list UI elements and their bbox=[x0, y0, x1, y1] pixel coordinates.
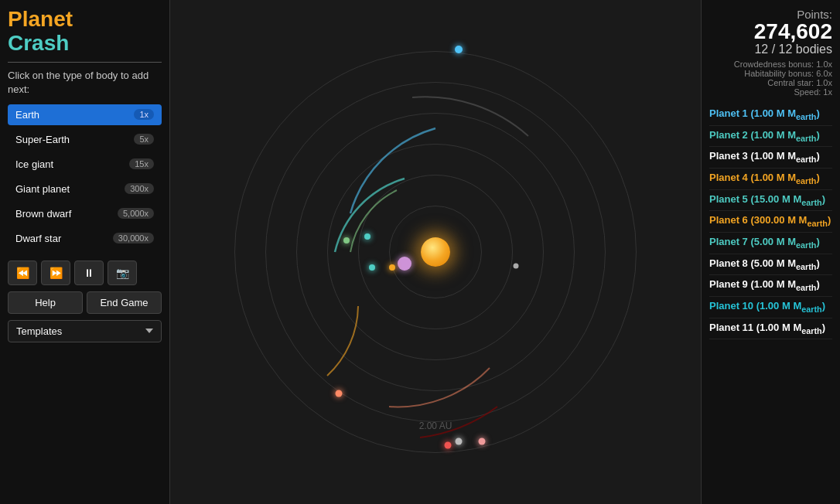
body-btn-ice-giant[interactable]: Ice giant15x bbox=[8, 154, 162, 175]
body-label: Giant planet bbox=[15, 183, 70, 195]
body-type-list: Earth1xSuper-Earth5xIce giant15xGiant pl… bbox=[8, 104, 162, 253]
body-label: Dwarf star bbox=[15, 233, 61, 244]
solar-system[interactable]: 2.00 AU bbox=[219, 36, 652, 468]
logo-line1: Planet bbox=[8, 7, 73, 31]
planet-name: Planet 8 (5.00 M Mearth) bbox=[709, 257, 820, 269]
bonus-line: Central star: 1.0x bbox=[709, 78, 832, 87]
rewind-button[interactable]: ⏪ bbox=[8, 261, 37, 285]
score-value: 274,602 bbox=[709, 21, 832, 43]
planet-dot-5[interactable] bbox=[398, 257, 411, 271]
planet-name: Planet 7 (5.00 M Mearth) bbox=[709, 236, 820, 247]
bonus-line: Crowdedness bonus: 1.0x bbox=[709, 60, 832, 69]
body-label: Earth bbox=[15, 109, 39, 121]
au-label: 2.00 AU bbox=[419, 421, 452, 431]
logo: Planet Crash bbox=[8, 8, 162, 56]
body-btn-earth[interactable]: Earth1x bbox=[8, 104, 162, 125]
bonus-line: Speed: 1x bbox=[709, 87, 832, 97]
body-label: Brown dwarf bbox=[15, 208, 71, 220]
bonus-lines: Crowdedness bonus: 1.0xHabitability bonu… bbox=[709, 60, 832, 97]
planet-list-item-8[interactable]: Planet 8 (5.00 M Mearth) bbox=[709, 254, 832, 276]
planet-list-item-4[interactable]: Planet 4 (1.00 M Mearth) bbox=[709, 169, 832, 190]
planet-name: Planet 1 (1.00 M Mearth) bbox=[709, 107, 820, 119]
body-btn-brown-dwarf[interactable]: Brown dwarf5,000x bbox=[8, 203, 162, 224]
body-label: Ice giant bbox=[15, 158, 53, 170]
body-badge: 30,000x bbox=[113, 233, 154, 243]
planet-dot-3[interactable] bbox=[514, 264, 519, 269]
body-badge: 1x bbox=[134, 109, 154, 120]
planet-list-item-5[interactable]: Planet 5 (15.00 M Mearth) bbox=[709, 190, 832, 212]
planet-list-item-11[interactable]: Planet 11 (1.00 M Mearth) bbox=[709, 318, 832, 340]
right-panel: Points: 274,602 12 / 12 bodies Crowdedne… bbox=[701, 0, 840, 504]
instruction-text: Click on the type of body to add next: bbox=[8, 69, 162, 97]
end-game-button[interactable]: End Game bbox=[87, 291, 162, 314]
planet-dot-8[interactable] bbox=[479, 438, 486, 445]
planet-name: Planet 11 (1.00 M Mearth) bbox=[709, 322, 825, 333]
planet-list-item-3[interactable]: Planet 3 (1.00 M Mearth) bbox=[709, 147, 832, 169]
bonus-line: Habitability bonus: 6.0x bbox=[709, 69, 832, 78]
body-badge: 5x bbox=[134, 134, 154, 145]
planet-list-item-10[interactable]: Planet 10 (1.00 M Mearth) bbox=[709, 297, 832, 318]
camera-button[interactable]: 📷 bbox=[108, 261, 137, 285]
action-buttons: Help End Game bbox=[8, 291, 162, 314]
planet-list: Planet 1 (1.00 M Mearth)Planet 2 (1.00 M… bbox=[709, 104, 832, 339]
planet-dot-6[interactable] bbox=[389, 264, 395, 271]
fast-forward-button[interactable]: ⏩ bbox=[41, 261, 70, 285]
planet-dot-2[interactable] bbox=[364, 233, 370, 240]
main-area[interactable]: 2.00 AU bbox=[170, 0, 701, 504]
planet-name: Planet 3 (1.00 M Mearth) bbox=[709, 150, 820, 162]
body-btn-dwarf-star[interactable]: Dwarf star30,000x bbox=[8, 228, 162, 249]
body-btn-giant-planet[interactable]: Giant planet300x bbox=[8, 179, 162, 199]
body-btn-super-earth[interactable]: Super-Earth5x bbox=[8, 129, 162, 150]
planet-dot-11[interactable] bbox=[445, 442, 452, 449]
planet-dot-4[interactable] bbox=[369, 264, 375, 271]
sidebar: Planet Crash Click on the type of body t… bbox=[0, 0, 170, 504]
planet-dot-7[interactable] bbox=[336, 390, 343, 397]
planet-dot-10[interactable] bbox=[343, 237, 350, 243]
planet-list-item-1[interactable]: Planet 1 (1.00 M Mearth) bbox=[709, 104, 832, 126]
help-button[interactable]: Help bbox=[8, 291, 83, 314]
planet-name: Planet 6 (300.00 M Mearth) bbox=[709, 214, 831, 226]
pause-button[interactable]: ⏸ bbox=[74, 261, 104, 285]
planet-name: Planet 4 (1.00 M Mearth) bbox=[709, 172, 820, 183]
planet-list-item-9[interactable]: Planet 9 (1.00 M Mearth) bbox=[709, 275, 832, 297]
planet-dot-9[interactable] bbox=[456, 438, 463, 445]
logo-line2: Crash bbox=[8, 31, 69, 55]
body-badge: 300x bbox=[125, 183, 154, 194]
templates-select[interactable]: Templates Solar System Random Custom bbox=[8, 320, 162, 342]
body-badge: 5,000x bbox=[118, 208, 154, 219]
body-badge: 15x bbox=[129, 158, 154, 169]
score-section: Points: 274,602 12 / 12 bodies Crowdedne… bbox=[709, 8, 832, 97]
planet-dot-1[interactable] bbox=[455, 46, 463, 53]
planet-name: Planet 5 (15.00 M Mearth) bbox=[709, 193, 825, 205]
planet-list-item-7[interactable]: Planet 7 (5.00 M Mearth) bbox=[709, 233, 832, 254]
body-label: Super-Earth bbox=[15, 134, 70, 145]
planet-list-item-2[interactable]: Planet 2 (1.00 M Mearth) bbox=[709, 126, 832, 148]
logo-divider bbox=[8, 62, 162, 63]
playback-controls: ⏪ ⏩ ⏸ 📷 bbox=[8, 261, 162, 285]
bodies-count: 12 / 12 bodies bbox=[709, 43, 832, 56]
planet-name: Planet 2 (1.00 M Mearth) bbox=[709, 129, 820, 141]
planet-name: Planet 10 (1.00 M Mearth) bbox=[709, 300, 825, 312]
planet-list-item-6[interactable]: Planet 6 (300.00 M Mearth) bbox=[709, 211, 832, 233]
central-star bbox=[421, 237, 450, 267]
planet-name: Planet 9 (1.00 M Mearth) bbox=[709, 278, 820, 290]
